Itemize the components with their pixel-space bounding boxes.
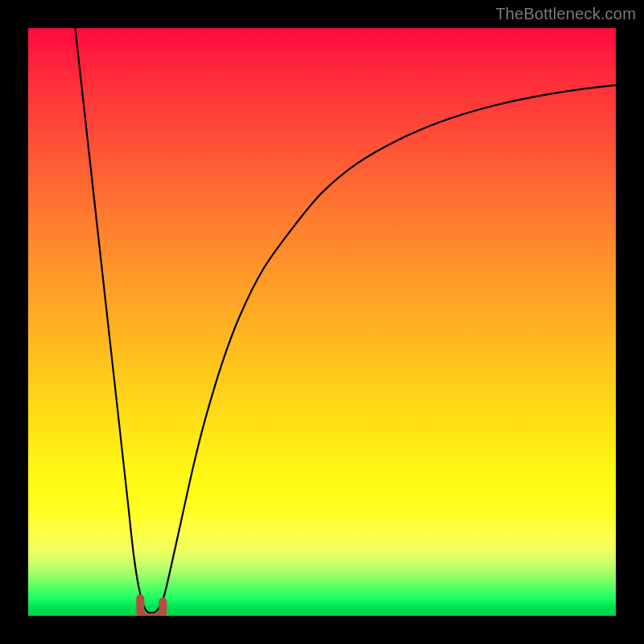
watermark-text: TheBottleneck.com (495, 5, 636, 23)
chart-svg (28, 28, 616, 616)
plot-area (28, 28, 616, 616)
chart-frame: TheBottleneck.com (0, 0, 644, 644)
bottleneck-curve (75, 28, 616, 613)
